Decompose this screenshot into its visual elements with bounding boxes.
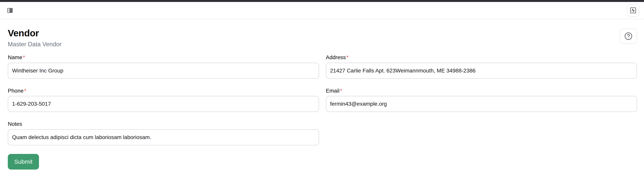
help-button[interactable] — [620, 29, 637, 44]
panel-left-icon — [7, 8, 13, 13]
email-label: Email* — [326, 87, 637, 94]
phone-label: Phone* — [8, 87, 319, 94]
address-label: Address* — [326, 54, 637, 61]
activity-square-icon — [630, 7, 636, 14]
submit-button[interactable]: Submit — [8, 154, 39, 169]
field-email: Email* — [326, 87, 637, 112]
name-input[interactable] — [8, 63, 319, 79]
address-input[interactable] — [326, 63, 637, 79]
notes-label-text: Notes — [8, 121, 22, 127]
page-subtitle: Master Data Vendor — [8, 41, 62, 48]
required-asterisk: * — [24, 88, 26, 94]
sidebar-toggle-button[interactable] — [7, 8, 13, 13]
phone-label-text: Phone — [8, 88, 24, 94]
top-accent-bar — [0, 0, 644, 2]
circle-question-icon — [624, 32, 632, 40]
page-title: Vendor — [8, 29, 62, 38]
app-header — [0, 2, 644, 19]
page-head: Vendor Master Data Vendor — [8, 29, 637, 48]
field-address: Address* — [326, 54, 637, 79]
notes-input[interactable] — [8, 129, 319, 145]
vendor-form: Name* Address* Phone* Email* Notes — [8, 54, 637, 145]
content-area: Vendor Master Data Vendor Name* Address*… — [0, 29, 644, 169]
field-name: Name* — [8, 54, 319, 79]
email-input[interactable] — [326, 96, 637, 112]
required-asterisk: * — [340, 88, 342, 94]
submit-row: Submit — [8, 154, 637, 169]
page-title-block: Vendor Master Data Vendor — [8, 29, 62, 48]
name-label-text: Name — [8, 54, 22, 60]
field-phone: Phone* — [8, 87, 319, 112]
required-asterisk: * — [346, 54, 348, 60]
notes-label: Notes — [8, 121, 319, 127]
phone-input[interactable] — [8, 96, 319, 112]
activity-button[interactable] — [627, 4, 639, 17]
name-label: Name* — [8, 54, 319, 61]
field-notes: Notes — [8, 121, 319, 145]
address-label-text: Address — [326, 54, 346, 60]
required-asterisk: * — [23, 54, 25, 60]
email-label-text: Email — [326, 88, 340, 94]
